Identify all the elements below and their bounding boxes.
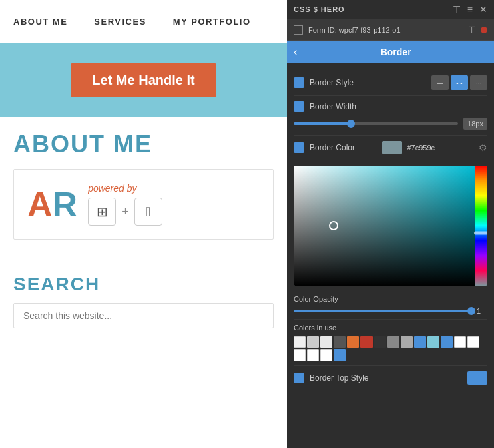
border-width-row: Border Width 18px (294, 96, 487, 136)
swatch-16[interactable] (307, 349, 319, 361)
plugin-icon: ⊞ (88, 198, 116, 226)
swatch-1[interactable] (294, 336, 306, 348)
menu-icon[interactable]: ≡ (467, 4, 473, 15)
border-top-swatch[interactable] (467, 371, 487, 385)
border-width-icon (294, 101, 304, 112)
picker-gradient[interactable] (294, 166, 475, 286)
divider (13, 260, 274, 260)
opacity-slider[interactable] (294, 310, 471, 312)
powered-by-text: powered by (88, 183, 162, 194)
powered-section: powered by ⊞ +  (88, 183, 162, 226)
top-icons: ⊤ ≡ ✕ (453, 4, 487, 15)
style-buttons: — - - ··· (431, 75, 487, 90)
hero-banner: Let Me Handle It (0, 43, 287, 117)
main-nav: ABOUT ME SERVICES MY PORTFOLIO (0, 0, 287, 43)
swatch-12[interactable] (441, 336, 453, 348)
apple-symbol:  (146, 204, 150, 220)
opacity-row: 1 (294, 307, 487, 315)
width-slider-row: 18px (294, 118, 487, 130)
colors-in-use-label: Colors in use (294, 324, 487, 332)
swatch-4[interactable] (334, 336, 346, 348)
width-slider-thumb[interactable] (347, 120, 355, 128)
form-filter-icon[interactable]: ⊤ (468, 25, 475, 35)
picker-circle-handle[interactable] (329, 221, 338, 230)
style-solid-btn[interactable]: — (431, 75, 449, 90)
plugin-symbol: ⊞ (97, 204, 108, 220)
letter-r: R (53, 187, 78, 222)
form-id-label: Form ID: wpcf7-f93-p112-o1 (308, 26, 463, 34)
left-panel: ABOUT ME SERVICES MY PORTFOLIO Let Me Ha… (0, 0, 287, 448)
swatch-17[interactable] (320, 349, 332, 361)
letter-a: A (27, 187, 53, 222)
close-icon[interactable]: ✕ (479, 4, 487, 15)
border-top-icon (294, 373, 304, 383)
nav-portfolio[interactable]: MY PORTFOLIO (173, 17, 251, 27)
swatch-10[interactable] (414, 336, 426, 348)
color-picker[interactable] (294, 166, 487, 286)
picker-hue-strip[interactable] (475, 166, 487, 286)
border-top-row: Border Top Style (294, 366, 487, 385)
panel-title: Border (304, 47, 487, 57)
opacity-thumb[interactable] (467, 307, 475, 315)
width-slider-track[interactable] (294, 122, 458, 125)
swatch-18[interactable] (334, 349, 346, 361)
css-hero-topbar: CSS $ HERO ⊤ ≡ ✕ (287, 0, 494, 19)
logo-letters: A R (27, 187, 77, 222)
gear-icon[interactable]: ⚙ (479, 142, 487, 153)
form-status-dot (481, 27, 487, 33)
color-swatch[interactable] (382, 141, 402, 154)
swatch-3[interactable] (320, 336, 332, 348)
filter-icon[interactable]: ⊤ (453, 4, 461, 15)
css-hero-panel: CSS $ HERO ⊤ ≡ ✕ Form ID: wpcf7-f93-p112… (287, 0, 494, 448)
swatch-8[interactable] (387, 336, 399, 348)
opacity-label: Color Opacity (294, 295, 487, 303)
style-dotted-btn[interactable]: ··· (470, 75, 487, 90)
border-width-label: Border Width (310, 102, 487, 111)
swatch-13[interactable] (454, 336, 466, 348)
border-header: ‹ Border (287, 41, 494, 63)
form-bar: Form ID: wpcf7-f93-p112-o1 ⊤ (287, 19, 494, 41)
swatch-11[interactable] (427, 336, 439, 348)
swatch-2[interactable] (307, 336, 319, 348)
logo-box: A R powered by ⊞ +  (13, 169, 274, 240)
swatch-9[interactable] (401, 336, 413, 348)
plus-icon: + (121, 205, 129, 219)
about-heading: ABOUT ME (13, 130, 274, 158)
panel-content: Border Style — - - ··· Border Width 18px (287, 63, 494, 391)
color-hex-value: #7c959c (407, 144, 474, 152)
width-top: Border Width (294, 101, 487, 112)
opacity-value: 1 (477, 307, 487, 315)
swatch-7[interactable] (374, 336, 386, 348)
opacity-section: Color Opacity 1 (294, 291, 487, 320)
border-style-icon (294, 77, 304, 88)
search-heading: SEARCH (13, 274, 274, 295)
swatch-6[interactable] (360, 336, 373, 348)
border-color-row: Border Color #7c959c ⚙ (294, 136, 487, 160)
apple-icon:  (134, 198, 162, 226)
border-top-label: Border Top Style (310, 373, 462, 383)
icons-row: ⊞ +  (88, 198, 162, 226)
width-value: 18px (463, 118, 487, 130)
border-style-row: Border Style — - - ··· (294, 70, 487, 96)
form-icons: ⊤ (468, 25, 475, 35)
page-content: ABOUT ME A R powered by ⊞ +  (0, 117, 287, 448)
swatch-14[interactable] (467, 336, 479, 348)
css-hero-logo: CSS $ HERO (294, 5, 449, 13)
search-input[interactable] (13, 303, 274, 328)
swatch-5[interactable] (347, 336, 359, 348)
cta-button[interactable]: Let Me Handle It (71, 63, 216, 97)
border-style-label: Border Style (310, 78, 426, 87)
border-color-icon (294, 142, 304, 153)
back-arrow-icon[interactable]: ‹ (294, 46, 297, 58)
width-slider-fill (294, 122, 351, 125)
swatch-15[interactable] (294, 349, 306, 361)
hue-thumb[interactable] (474, 231, 487, 234)
border-color-label: Border Color (310, 143, 377, 152)
nav-services[interactable]: SERVICES (94, 17, 146, 27)
style-dashed-btn[interactable]: - - (451, 75, 468, 90)
color-swatches-grid (294, 336, 487, 361)
colors-in-use-section: Colors in use (294, 320, 487, 366)
nav-about-me[interactable]: ABOUT ME (13, 17, 67, 27)
form-checkbox[interactable] (294, 25, 303, 35)
